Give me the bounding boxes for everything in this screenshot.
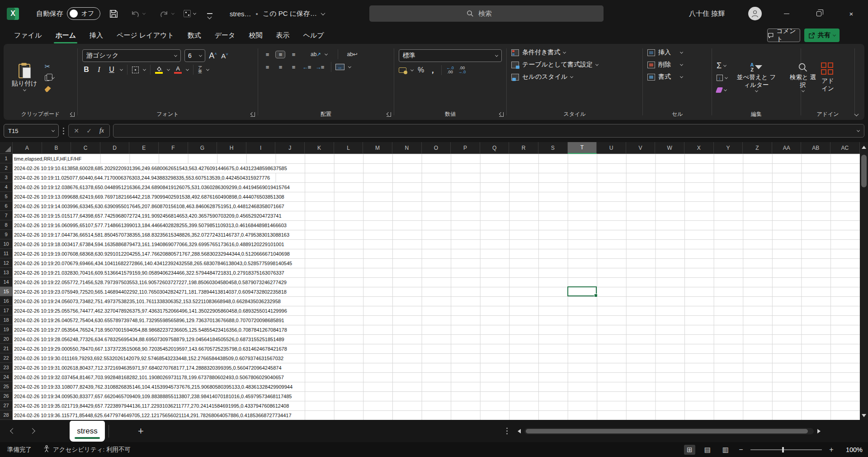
row-25-text[interactable]: 2024-02-26 10:19:33.108077,82439,762.310…: [13, 382, 294, 391]
insert-cells-button[interactable]: 挿入: [647, 48, 683, 57]
orientation-dropdown-icon[interactable]: [325, 52, 328, 55]
row-16-text[interactable]: 2024-02-26 10:19:24.056073,73482,751.497…: [13, 297, 282, 306]
undo-dropdown-icon[interactable]: [142, 11, 146, 14]
vertical-scrollbar[interactable]: [860, 142, 868, 420]
accounting-dropdown-icon[interactable]: [410, 68, 414, 71]
restore-button[interactable]: [808, 0, 829, 27]
column-header-Y[interactable]: Y: [714, 142, 743, 154]
column-header-I[interactable]: I: [246, 142, 276, 154]
formula-bar-splitter[interactable]: [63, 128, 64, 129]
row-27-text[interactable]: 2024-02-26 10:19:35.021719,84429,657.722…: [13, 401, 290, 410]
font-dialog-launcher[interactable]: [250, 112, 255, 117]
prev-sheet-button[interactable]: [10, 428, 16, 434]
row-header-15[interactable]: 15: [0, 287, 13, 296]
row-3-text[interactable]: 2024-02-26 10:19:11.025077,60440,644.717…: [13, 173, 271, 182]
row-19-text[interactable]: 2024-02-26 10:19:27.053564,76524,718.950…: [13, 325, 288, 334]
column-header-Z[interactable]: Z: [743, 142, 772, 154]
number-dialog-launcher[interactable]: [499, 112, 504, 117]
borders-dropdown-icon[interactable]: [143, 67, 146, 71]
format-as-table-button[interactable]: テーブルとして書式設定: [511, 61, 598, 69]
comments-button[interactable]: コメント: [767, 29, 800, 42]
italic-button[interactable]: I: [95, 66, 103, 74]
sort-filter-button[interactable]: AZ 並べ替えと フィルター: [733, 61, 780, 95]
row-15-text[interactable]: 2024-02-26 10:19:23.075949,72520,565.146…: [13, 287, 288, 296]
fill-color-dropdown-icon[interactable]: [167, 67, 170, 71]
comma-style-button[interactable]: ，: [429, 65, 437, 76]
scroll-down-icon[interactable]: [862, 414, 866, 417]
next-sheet-button[interactable]: [29, 428, 35, 434]
column-header-T[interactable]: T: [568, 142, 597, 154]
autosave-toggle[interactable]: オフ: [67, 0, 100, 27]
decrease-decimal-button[interactable]: .00→.0: [458, 66, 466, 75]
align-left-button[interactable]: ≡: [263, 64, 272, 71]
row-header-24[interactable]: 24: [0, 372, 13, 382]
share-button[interactable]: 共有: [804, 29, 840, 42]
row-2-text[interactable]: 2024-02-26 10:19:10.613858,60028,685.202…: [13, 164, 288, 173]
font-size-select[interactable]: 6: [184, 49, 205, 62]
row-10-text[interactable]: 2024-02-26 10:19:18.003417,67384,594.163…: [13, 240, 286, 249]
row-header-3[interactable]: 3: [0, 173, 13, 182]
row-header-11[interactable]: 11: [0, 249, 13, 258]
wrap-text-button[interactable]: ab↩: [347, 51, 357, 57]
column-header-C[interactable]: C: [71, 142, 100, 154]
copy-button[interactable]: [45, 74, 54, 82]
page-break-view-button[interactable]: ▥: [720, 445, 731, 455]
font-name-select[interactable]: 游ゴシック: [82, 49, 181, 62]
paste-button[interactable]: 貼り付け: [8, 62, 41, 93]
accessibility-status[interactable]: アクセシビリティ: 利用不可: [53, 446, 131, 454]
row-header-5[interactable]: 5: [0, 192, 13, 201]
tab-data[interactable]: データ: [208, 28, 242, 43]
tab-view[interactable]: 表示: [269, 28, 296, 43]
page-layout-view-button[interactable]: ▤: [702, 445, 713, 455]
column-header-W[interactable]: W: [655, 142, 684, 154]
excel-logo-icon[interactable]: X: [7, 0, 19, 27]
row-header-13[interactable]: 13: [0, 268, 13, 277]
row-header-12[interactable]: 12: [0, 258, 13, 268]
column-header-F[interactable]: F: [159, 142, 188, 154]
fill-color-button[interactable]: [155, 66, 163, 74]
column-header-O[interactable]: O: [422, 142, 451, 154]
row-header-10[interactable]: 10: [0, 239, 13, 249]
increase-indent-button[interactable]: →≡: [315, 64, 324, 71]
row-17-text[interactable]: 2024-02-26 10:19:25.055756,74477,462.327…: [13, 306, 288, 315]
row-header-9[interactable]: 9: [0, 230, 13, 239]
row-23-text[interactable]: 2024-02-26 10:19:31.002618,80437,712.372…: [13, 363, 283, 372]
formula-bar-expand-icon[interactable]: [857, 129, 860, 132]
bold-button[interactable]: B: [82, 66, 90, 74]
share-dropdown-icon[interactable]: [833, 33, 836, 36]
decrease-indent-button[interactable]: ←≡: [302, 64, 311, 71]
redo-button[interactable]: [159, 0, 174, 27]
font-color-button[interactable]: A: [174, 66, 182, 74]
row-14-text[interactable]: 2024-02-26 10:19:22.055772,71456,528.797…: [13, 278, 288, 287]
row-18-text[interactable]: 2024-02-26 10:19:26.040572,75404,630.655…: [13, 316, 286, 325]
scroll-up-icon[interactable]: [862, 146, 866, 149]
row-1-text[interactable]: time,elapsed,RRI,LF,HF,LF/HF: [13, 154, 83, 163]
clear-button[interactable]: [717, 86, 727, 94]
tab-scroll-splitter[interactable]: [506, 428, 508, 429]
row-20-text[interactable]: 2024-02-26 10:19:28.056248,77326,634.678…: [13, 335, 286, 344]
column-header-B[interactable]: B: [42, 142, 71, 154]
row-28-text[interactable]: 2024-02-26 10:19:36.115771,85448,625.647…: [13, 411, 293, 420]
row-header-6[interactable]: 6: [0, 201, 13, 211]
column-header-E[interactable]: E: [129, 142, 159, 154]
sheet-tab-stress[interactable]: stress: [70, 421, 105, 442]
underline-dropdown-icon[interactable]: [120, 67, 123, 71]
autosum-button[interactable]: Σ: [717, 62, 727, 70]
column-header-K[interactable]: K: [305, 142, 334, 154]
column-header-A[interactable]: A: [13, 142, 42, 154]
row-header-19[interactable]: 19: [0, 325, 13, 334]
row-header-20[interactable]: 20: [0, 334, 13, 344]
row-header-17[interactable]: 17: [0, 306, 13, 315]
row-header-16[interactable]: 16: [0, 296, 13, 306]
minimize-button[interactable]: [776, 0, 797, 27]
normal-view-button[interactable]: ⊞: [684, 445, 695, 455]
phonetic-dropdown-icon[interactable]: [206, 67, 209, 71]
underline-button[interactable]: U: [108, 66, 116, 74]
search-input[interactable]: 検索: [369, 5, 604, 22]
horizontal-scrollbar[interactable]: [518, 428, 821, 434]
column-header-J[interactable]: J: [275, 142, 305, 154]
row-26-text[interactable]: 2024-02-26 10:19:34.009530,83377,657.662…: [13, 392, 293, 401]
row-header-1[interactable]: 1: [0, 154, 13, 163]
align-top-button[interactable]: ≡: [263, 51, 272, 58]
name-box[interactable]: T15: [4, 124, 59, 138]
